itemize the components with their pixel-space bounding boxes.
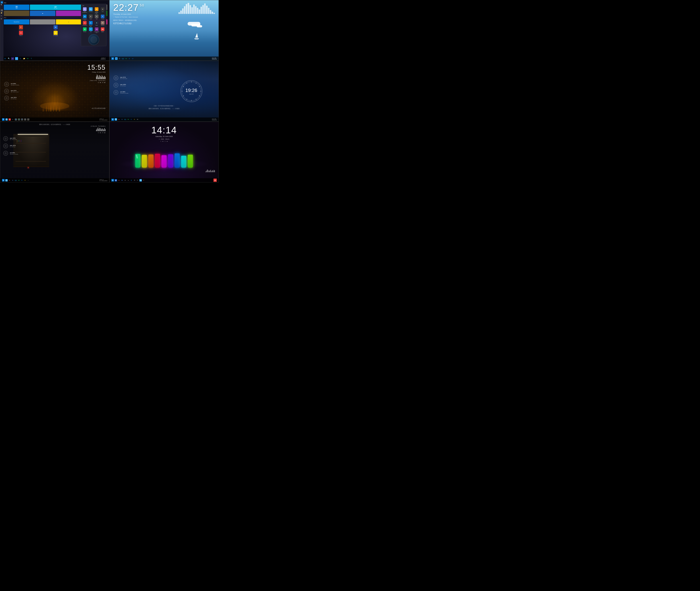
tb6-circle[interactable]: ● — [127, 179, 130, 182]
sticky-tile[interactable]: ✏ — [56, 19, 81, 24]
powerpoint-tile[interactable]: P PowerPoint — [4, 25, 38, 30]
win-btn-panel6[interactable]: ⊞ — [111, 179, 114, 182]
tool-photoshop[interactable]: Ps Photoshop — [88, 7, 93, 14]
tb3-wechat[interactable]: W — [18, 118, 20, 121]
power-icon[interactable]: ⏻ — [1, 18, 3, 20]
tb3-red[interactable]: ● — [9, 118, 11, 121]
music5-prev[interactable]: ⏮ — [100, 132, 101, 134]
tb4-files[interactable]: X — [133, 118, 136, 121]
tb3-more[interactable]: X — [24, 118, 26, 121]
tool-tim[interactable]: T TIM — [88, 27, 93, 33]
tool-vs2017[interactable]: VS Visual Studio 2017 — [94, 27, 99, 33]
tb2-ps[interactable]: Ps — [115, 57, 118, 60]
tool-unity[interactable]: U Unity — [100, 7, 105, 14]
xmind-tile[interactable]: X XMind & — [4, 31, 38, 36]
tb5-chrome[interactable]: G — [11, 179, 14, 182]
panel-start-menu: ⊞ 🔍 📁 ⚙ ⏻ 固定 15日历 33° 多云 / 晴 新闻 ☁ — [0, 0, 109, 61]
tb2-qq[interactable]: QQ — [122, 57, 124, 60]
tb6-square[interactable]: ■ — [118, 179, 120, 182]
music5-repeat[interactable]: ⊙ — [98, 132, 99, 134]
photos-tile[interactable] — [4, 11, 29, 16]
word-tile[interactable]: W Word — [38, 25, 73, 30]
tb5-wechat[interactable]: W — [18, 179, 20, 182]
tb2-edge[interactable]: E — [128, 57, 131, 60]
tb4-ps[interactable]: Ps — [115, 118, 117, 121]
folder-icon[interactable]: 📁 — [1, 12, 3, 14]
app2-tile[interactable] — [30, 19, 56, 24]
music-prev[interactable]: ⏮ — [100, 82, 101, 83]
tb5-qq[interactable]: QQ — [15, 179, 17, 182]
tb6-edge[interactable]: E — [130, 179, 133, 182]
tb6-word[interactable]: W — [115, 179, 117, 182]
win-btn-panel4[interactable]: ⊞ — [111, 118, 114, 121]
taskbar-tim-tb[interactable]: T — [30, 57, 32, 60]
tb6-chrome[interactable]: G — [121, 179, 123, 182]
taskbar-ae[interactable]: Ae — [11, 57, 14, 60]
weather-tile[interactable]: 33° 多云 / 晴 — [30, 5, 81, 10]
weather2-tile[interactable]: ☁ — [30, 11, 56, 16]
settings-icon[interactable]: ⚙ — [1, 15, 3, 17]
taskbar-start[interactable]: ⊞ — [4, 57, 6, 60]
taskbar-files-tb[interactable]: 📁 — [23, 57, 25, 60]
taskbar4-time: 22:27:38 2020/6/18 — [212, 118, 217, 121]
tool-uninstall[interactable]: U UninstallTool — [82, 21, 87, 27]
tb6-a[interactable]: A — [124, 179, 126, 182]
tb5-ps[interactable]: Ps — [5, 179, 8, 182]
win-btn-panel5[interactable]: ⊞ — [2, 179, 5, 182]
search-icon[interactable]: 🔍 — [1, 4, 3, 6]
music-repeat[interactable]: ⊙ — [98, 82, 99, 83]
tool-xftp[interactable]: X Xftp — [94, 15, 99, 20]
tb4-chrome[interactable]: G — [121, 118, 123, 121]
tool-foxmail[interactable]: F Foxmail — [100, 15, 105, 20]
tb5-edge[interactable]: E — [21, 179, 23, 182]
tb2-wechat[interactable]: W — [125, 57, 128, 60]
tool-paopao[interactable]: 跑跑 跑跑车 — [100, 27, 105, 33]
tb6-play[interactable]: ▷ — [136, 179, 139, 182]
tool-premiere[interactable]: Pr Adobe Premiere Pro — [82, 7, 87, 14]
red-glow — [27, 167, 29, 169]
taskbar-ps-tb[interactable]: Ps — [15, 57, 18, 60]
tb6-circle2[interactable]: ◎ — [133, 179, 136, 182]
tool-vscode[interactable]: VS Visual Studio Code — [82, 15, 87, 20]
tb4-more[interactable]: M — [136, 118, 139, 121]
calendar-tile[interactable]: 15日历 — [4, 5, 29, 10]
tool-edge[interactable]: E Microsoft Edge — [88, 21, 93, 27]
windows-logo-icon[interactable]: ⊞ — [1, 1, 3, 3]
tb2-chrome[interactable]: G — [118, 57, 121, 60]
tb3-qq[interactable]: QQ — [15, 118, 17, 121]
tb5-files[interactable]: X — [24, 179, 26, 182]
tool-illustrator[interactable]: Ai Adobe Illustrator CS6... — [94, 7, 99, 14]
taskbar-wechat-tb[interactable]: W — [26, 57, 29, 60]
radio-tile[interactable] — [56, 11, 81, 16]
tool-gushi[interactable]: 古 古诗天天 — [100, 21, 105, 27]
win-button-panel2[interactable]: ⊞ — [111, 57, 114, 60]
music-next[interactable]: ⏭ — [104, 82, 105, 83]
tool-steam[interactable]: S Steam — [94, 21, 99, 27]
tb5-red[interactable]: ● — [8, 179, 11, 182]
tb4-red[interactable]: ● — [118, 118, 120, 121]
taskbar-edge-tb[interactable]: E — [19, 57, 22, 60]
tool-kshell[interactable]: K Kshell — [88, 15, 93, 20]
tb4-wechat[interactable]: W — [127, 118, 130, 121]
tb4-qq[interactable]: QQ — [124, 118, 126, 121]
filemanager-tile[interactable]: 📁 文件管理器 — [38, 31, 73, 36]
tool-wechat[interactable]: W WeChat — [82, 27, 87, 33]
tb4-edge[interactable]: E — [130, 118, 133, 121]
tb2-word[interactable]: W — [132, 57, 134, 60]
tb6-ps[interactable]: Ps — [140, 179, 142, 182]
svg-point-86 — [115, 77, 117, 79]
tb5-arr[interactable]: → — [27, 179, 29, 182]
tb3-ps[interactable]: Ps — [5, 118, 8, 121]
music-play[interactable]: ⏸ — [102, 82, 103, 83]
tb6-ppt[interactable]: P — [143, 179, 145, 182]
store-tile[interactable]: Microsoft Store — [4, 19, 29, 24]
taskbar-search[interactable]: 🔍 — [7, 57, 10, 60]
tb3-edge[interactable]: E — [21, 118, 23, 121]
big-clock-panel6: 14:14 — [151, 125, 177, 136]
music5-play[interactable]: ⏸ — [102, 132, 103, 134]
music5-next[interactable]: ⏭ — [104, 132, 105, 134]
tb3-files[interactable]: → — [27, 118, 29, 121]
tb3-chrome[interactable]: G — [12, 118, 14, 121]
win-btn-panel3[interactable]: ⊞ — [2, 118, 5, 121]
user-icon[interactable] — [1, 9, 3, 11]
